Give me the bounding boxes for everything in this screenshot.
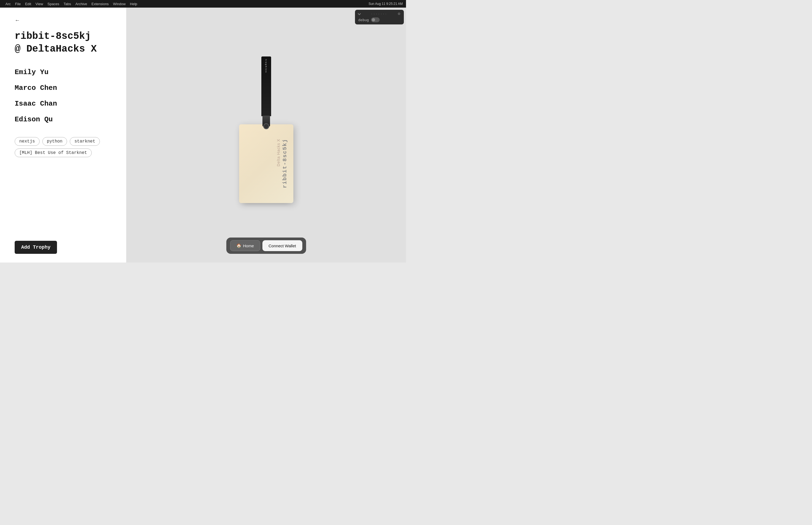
badge-cream-card: Delta Hacks X ribbit-8sc5kj <box>239 124 293 203</box>
tag-nextjs: nextjs <box>15 137 40 146</box>
debug-toggle[interactable] <box>371 17 380 22</box>
menu-archive[interactable]: Archive <box>75 2 87 6</box>
lanyard-text: trophies <box>265 59 267 73</box>
debug-settings-icon[interactable]: ⚙ <box>398 12 401 16</box>
menu-edit[interactable]: Edit <box>25 2 31 6</box>
badge-project-name: ribbit-8sc5kj <box>282 139 288 188</box>
project-title-line1: ribbit-8sc5kj <box>15 31 111 42</box>
lanyard-clip <box>262 116 270 126</box>
right-panel: · · · · · · · ⚙ debug trophies <box>126 7 406 262</box>
titlebar-right: Sun Aug 11 9:25:21 AM <box>369 2 403 6</box>
connect-wallet-button[interactable]: Connect Wallet <box>262 240 302 251</box>
menu-spaces[interactable]: Spaces <box>47 2 59 6</box>
menu-extensions[interactable]: Extensions <box>91 2 109 6</box>
member-isaac-chan: Isaac Chan <box>15 96 111 111</box>
left-panel: ← ribbit-8sc5kj @ DeltaHacks X Emily Yu … <box>0 7 126 262</box>
badge-scene: trophies Delta Hacks X ribbit-8sc5kj <box>226 57 307 214</box>
menu-help[interactable]: Help <box>130 2 137 6</box>
menu-window[interactable]: Window <box>113 2 126 6</box>
tags-container: nextjs python starknet [MLH] Best Use of… <box>15 137 111 157</box>
home-button[interactable]: 🏠 Home <box>230 240 260 251</box>
menu-arc[interactable]: Arc <box>5 2 11 6</box>
titlebar-left: Arc File Edit View Spaces Tabs Archive E… <box>3 2 137 6</box>
tag-starknet: starknet <box>70 137 100 146</box>
member-emily-yu: Emily Yu <box>15 64 111 80</box>
menu-file[interactable]: File <box>15 2 21 6</box>
home-icon: 🏠 <box>236 243 241 248</box>
add-trophy-button[interactable]: Add Trophy <box>15 241 57 254</box>
bottom-nav: 🏠 Home Connect Wallet <box>226 238 306 254</box>
badge-text-content: Delta Hacks X ribbit-8sc5kj <box>276 139 288 188</box>
debug-top-row: · · · · · · · ⚙ <box>358 12 401 16</box>
debug-label: debug <box>358 18 369 22</box>
badge-container: Delta Hacks X ribbit-8sc5kj <box>239 124 293 203</box>
debug-dots: · · · · · · · <box>371 12 386 16</box>
main-content: ← ribbit-8sc5kj @ DeltaHacks X Emily Yu … <box>0 7 406 262</box>
back-button[interactable]: ← <box>15 16 23 25</box>
debug-row: debug <box>358 17 401 22</box>
member-edison-qu: Edison Qu <box>15 111 111 127</box>
titlebar: Arc File Edit View Spaces Tabs Archive E… <box>0 0 406 7</box>
debug-panel: · · · · · · · ⚙ debug <box>355 10 404 25</box>
project-title-line2: @ DeltaHacks X <box>15 43 111 55</box>
home-label: Home <box>243 243 254 248</box>
menu-bar: Arc File Edit View Spaces Tabs Archive E… <box>5 2 137 6</box>
lanyard-strap: trophies <box>261 57 271 116</box>
menu-view[interactable]: View <box>35 2 43 6</box>
datetime-display: Sun Aug 11 9:25:21 AM <box>369 2 403 6</box>
tag-python: python <box>42 137 67 146</box>
menu-tabs[interactable]: Tabs <box>63 2 71 6</box>
tag-mlh-starknet: [MLH] Best Use of Starknet <box>15 149 92 157</box>
team-members-list: Emily Yu Marco Chen Isaac Chan Edison Qu <box>15 64 111 127</box>
chevron-down-icon[interactable] <box>358 12 361 15</box>
member-marco-chen: Marco Chen <box>15 80 111 96</box>
badge-hackathon-name: Delta Hacks X <box>276 139 281 166</box>
